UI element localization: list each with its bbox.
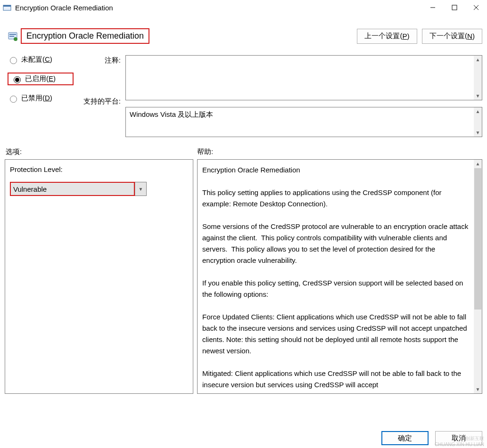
- maximize-button[interactable]: [444, 0, 465, 15]
- scroll-up-icon[interactable]: ▲: [474, 56, 482, 64]
- titlebar: Encryption Oracle Remediation: [0, 0, 487, 15]
- protection-level-value: Vulnerable: [10, 182, 135, 195]
- svg-rect-7: [9, 34, 16, 35]
- close-button[interactable]: [465, 0, 487, 15]
- window: Encryption Oracle Remediation Encryption…: [0, 0, 487, 448]
- comment-textarea[interactable]: ▲ ▼: [125, 55, 482, 100]
- svg-rect-3: [452, 5, 457, 10]
- app-icon: [3, 3, 11, 12]
- policy-icon: [8, 31, 18, 41]
- radio-not-configured[interactable]: 未配置(C): [8, 55, 74, 64]
- svg-point-9: [14, 37, 17, 41]
- scroll-down-icon[interactable]: ▼: [474, 385, 482, 393]
- help-scrollbar[interactable]: ▲ ▼: [474, 160, 482, 393]
- supported-scrollbar[interactable]: ▲ ▼: [474, 107, 482, 137]
- cancel-button[interactable]: 取消: [435, 431, 482, 445]
- panels-row: Protection Level: Vulnerable ▼ Encryptio…: [0, 159, 487, 394]
- svg-rect-1: [3, 5, 11, 7]
- scroll-up-icon[interactable]: ▲: [474, 160, 482, 168]
- radio-enabled[interactable]: 已启用(E): [8, 73, 74, 85]
- help-text: Encryption Oracle Remediation This polic…: [198, 160, 474, 393]
- scrollbar-thumb[interactable]: [474, 168, 481, 310]
- supported-label: 支持的平台:: [74, 97, 121, 106]
- radio-disabled-input[interactable]: [10, 96, 17, 103]
- config-area: 未配置(C) 已启用(E) 已禁用(D) 注释: 支持的平台: ▲ ▼: [0, 44, 487, 137]
- options-panel: Protection Level: Vulnerable ▼: [5, 159, 193, 394]
- supported-textarea: Windows Vista 及以上版本 ▲ ▼: [125, 107, 482, 137]
- window-title: Encryption Oracle Remediation: [15, 4, 422, 12]
- textareas-column: ▲ ▼ Windows Vista 及以上版本 ▲ ▼: [121, 55, 482, 137]
- policy-title: Encryption Oracle Remediation: [21, 28, 149, 44]
- section-labels: 选项: 帮助:: [0, 137, 487, 159]
- previous-setting-button[interactable]: 上一个设置(P): [357, 29, 417, 44]
- label-column: 注释: 支持的平台:: [74, 55, 121, 137]
- radio-disabled[interactable]: 已禁用(D): [8, 94, 74, 103]
- comment-label: 注释:: [74, 56, 121, 65]
- chevron-down-icon[interactable]: ▼: [135, 182, 146, 195]
- ok-button[interactable]: 确定: [381, 431, 429, 445]
- options-label: 选项:: [5, 147, 193, 156]
- minimize-button[interactable]: [422, 0, 444, 15]
- scroll-up-icon[interactable]: ▲: [474, 107, 482, 115]
- scroll-down-icon[interactable]: ▼: [474, 92, 482, 100]
- header-row: Encryption Oracle Remediation 上一个设置(P) 下…: [0, 15, 487, 44]
- svg-rect-8: [9, 36, 14, 37]
- comment-scrollbar[interactable]: ▲ ▼: [474, 56, 482, 100]
- radio-enabled-input[interactable]: [14, 76, 21, 83]
- protection-level-select[interactable]: Vulnerable ▼: [10, 182, 147, 196]
- protection-level-label: Protection Level:: [10, 165, 188, 173]
- bottom-bar: 确定 取消: [381, 431, 482, 445]
- radio-not-configured-input[interactable]: [10, 57, 17, 64]
- comment-value: [126, 56, 482, 64]
- help-label: 帮助:: [193, 147, 482, 156]
- supported-value: Windows Vista 及以上版本: [126, 107, 482, 122]
- help-panel: Encryption Oracle Remediation This polic…: [197, 159, 482, 394]
- window-controls: [422, 0, 487, 15]
- scroll-down-icon[interactable]: ▼: [474, 129, 482, 137]
- next-setting-button[interactable]: 下一个设置(N): [422, 29, 482, 44]
- radio-column: 未配置(C) 已启用(E) 已禁用(D): [8, 55, 74, 137]
